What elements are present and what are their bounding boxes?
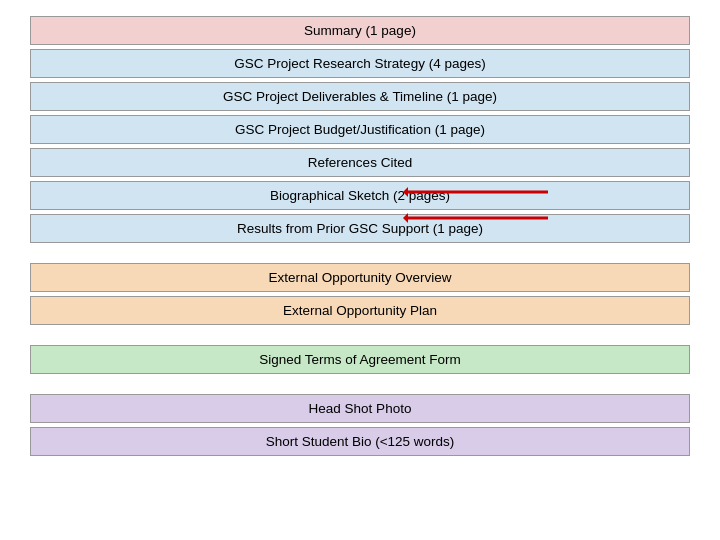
ext-overview-item: External Opportunity Overview — [30, 263, 690, 292]
short-bio-item: Short Student Bio (<125 words) — [30, 427, 690, 456]
ext-plan-item: External Opportunity Plan — [30, 296, 690, 325]
short-bio-label: Short Student Bio (<125 words) — [266, 434, 455, 449]
budget-item: GSC Project Budget/Justification (1 page… — [30, 115, 690, 144]
head-shot-item: Head Shot Photo — [30, 394, 690, 423]
references-item: References Cited — [30, 148, 690, 177]
svg-marker-3 — [403, 213, 408, 223]
biographical-item: Biographical Sketch (2 pages) — [30, 181, 690, 210]
ext-plan-label: External Opportunity Plan — [283, 303, 437, 318]
svg-marker-1 — [403, 187, 408, 197]
head-shot-label: Head Shot Photo — [309, 401, 412, 416]
ext-overview-label: External Opportunity Overview — [268, 270, 451, 285]
summary-item: Summary (1 page) — [30, 16, 690, 45]
deliverables-item: GSC Project Deliverables & Timeline (1 p… — [30, 82, 690, 111]
deliverables-label: GSC Project Deliverables & Timeline (1 p… — [223, 89, 497, 104]
prior-support-item: Results from Prior GSC Support (1 page) — [30, 214, 690, 243]
budget-label: GSC Project Budget/Justification (1 page… — [235, 122, 485, 137]
arrow-references-svg — [403, 183, 553, 201]
research-strategy-item: GSC Project Research Strategy (4 pages) — [30, 49, 690, 78]
arrow-biographical-svg — [403, 209, 553, 227]
summary-label: Summary (1 page) — [304, 23, 416, 38]
signed-terms-label: Signed Terms of Agreement Form — [259, 352, 461, 367]
arrow-biographical — [403, 209, 553, 230]
references-label: References Cited — [308, 155, 412, 170]
signed-terms-item: Signed Terms of Agreement Form — [30, 345, 690, 374]
research-strategy-label: GSC Project Research Strategy (4 pages) — [234, 56, 485, 71]
arrow-references — [403, 183, 553, 204]
